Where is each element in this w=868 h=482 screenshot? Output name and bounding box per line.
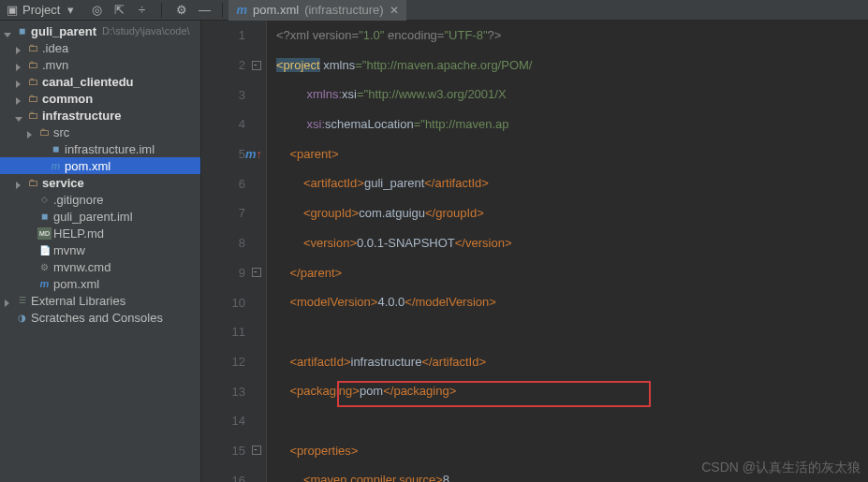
tree-item-mvnw[interactable]: mvnw: [0, 241, 200, 258]
tree-external-libraries[interactable]: External Libraries: [0, 292, 200, 309]
line-number: 16: [232, 474, 245, 482]
tree-item-service[interactable]: service: [0, 174, 200, 191]
tree-item-gitignore[interactable]: .gitignore: [0, 191, 200, 208]
fold-icon[interactable]: [252, 268, 261, 277]
fold-icon[interactable]: [252, 445, 261, 455]
tree-label: .gitignore: [53, 193, 103, 207]
project-icon: ▣: [6, 4, 19, 17]
maven-file-icon: m: [236, 3, 247, 17]
chevron-down-icon: ▾: [64, 4, 77, 17]
module-file-icon: [37, 211, 51, 223]
line-number: 10: [232, 296, 245, 310]
blank-icon: [26, 245, 36, 255]
blank-icon: [37, 161, 47, 170]
blank-icon: [26, 262, 36, 271]
tree-label: pom.xml: [65, 159, 110, 173]
tree-item-mvn[interactable]: .mvn: [0, 56, 200, 73]
tree-item-canal[interactable]: canal_clientedu: [0, 73, 200, 90]
blank-icon: [4, 313, 13, 322]
tree-item-iml[interactable]: infrastructure.iml: [0, 140, 200, 157]
folder-icon: [26, 177, 40, 189]
blank-icon: [26, 228, 36, 238]
target-icon[interactable]: ◎: [90, 4, 103, 17]
line-number: 11: [232, 325, 245, 339]
library-icon: [15, 295, 29, 307]
hide-icon[interactable]: —: [198, 4, 211, 17]
separator: [161, 3, 162, 18]
line-number: 12: [232, 355, 245, 369]
tree-item-parent-iml[interactable]: guli_parent.iml: [0, 208, 200, 225]
chevron-right-icon[interactable]: [15, 43, 24, 52]
tree-item-idea[interactable]: .idea: [0, 39, 200, 56]
blank-icon: [26, 279, 36, 288]
maven-mark-icon: m↑: [245, 147, 262, 161]
chevron-down-icon[interactable]: [4, 26, 13, 36]
module-icon: [15, 25, 29, 37]
chevron-down-icon[interactable]: [15, 110, 24, 120]
tree-label: .idea: [42, 41, 68, 55]
line-number: 7: [239, 206, 245, 220]
top-toolbar: ▣ Project ▾ ◎ ⇱ ÷ ⚙ — m pom.xml (infrast…: [0, 0, 868, 21]
chevron-right-icon[interactable]: [4, 296, 13, 305]
line-number: 6: [239, 177, 245, 191]
folder-icon: [26, 93, 40, 105]
collapse-icon[interactable]: ÷: [135, 4, 148, 17]
module-file-icon: [49, 143, 63, 155]
tab-module: (infrastructure): [304, 3, 384, 17]
tree-item-infrastructure[interactable]: infrastructure: [0, 107, 200, 124]
tree-item-src[interactable]: src: [0, 124, 200, 140]
chevron-right-icon[interactable]: [26, 127, 36, 137]
tree-scratches[interactable]: Scratches and Consoles: [0, 309, 200, 326]
separator: [222, 3, 223, 18]
code-area[interactable]: <?xml version="1.0" encoding="UTF-8"?><p…: [267, 21, 868, 482]
file-icon: [37, 244, 51, 256]
tree-label: infrastructure.iml: [65, 142, 154, 156]
expand-icon[interactable]: ⇱: [112, 4, 125, 17]
tree-label: guli_parent: [31, 24, 96, 38]
maven-file-icon: [37, 278, 51, 290]
folder-icon: [26, 76, 40, 88]
tree-item-mvnw-cmd[interactable]: mvnw.cmd: [0, 258, 200, 275]
chevron-right-icon[interactable]: [15, 60, 24, 69]
fold-icon[interactable]: [252, 61, 261, 70]
tree-item-pom-root[interactable]: pom.xml: [0, 275, 200, 292]
tree-label: common: [42, 92, 93, 106]
line-number: 14: [232, 414, 245, 428]
project-panel-title[interactable]: ▣ Project ▾: [0, 3, 82, 17]
chevron-right-icon[interactable]: [15, 178, 24, 187]
line-number: 1: [239, 28, 245, 42]
project-tree[interactable]: guli_parent D:\study\java\code\ .idea .m…: [0, 21, 201, 482]
close-icon[interactable]: ✕: [390, 4, 399, 17]
folder-icon: [26, 110, 40, 122]
tree-label: .mvn: [42, 58, 68, 72]
tree-label: src: [53, 125, 69, 139]
tree-label: infrastructure: [42, 109, 122, 123]
toolbar-icons: ◎ ⇱ ÷ ⚙ —: [82, 3, 218, 18]
tree-label: service: [42, 176, 84, 190]
blank-icon: [26, 195, 36, 204]
tree-label: pom.xml: [53, 277, 99, 291]
blank-icon: [37, 144, 47, 153]
md-file-icon: [37, 227, 51, 240]
chevron-right-icon[interactable]: [15, 94, 24, 103]
line-number: 3: [239, 88, 245, 102]
maven-file-icon: [49, 160, 63, 172]
line-number: 9: [239, 266, 245, 280]
tab-filename: pom.xml: [253, 3, 299, 17]
tree-label: mvnw.cmd: [53, 260, 110, 274]
tree-item-pom-selected[interactable]: pom.xml: [0, 157, 200, 174]
line-number: 4: [239, 117, 245, 131]
editor[interactable]: 1 2 3 4 5m↑ 6 7 8 9 10 11 12 13 14 15 16…: [201, 21, 868, 482]
editor-tab-pom[interactable]: m pom.xml (infrastructure) ✕: [228, 0, 405, 21]
tree-item-help[interactable]: HELP.md: [0, 225, 200, 241]
gear-icon[interactable]: ⚙: [175, 4, 188, 17]
tree-item-common[interactable]: common: [0, 90, 200, 107]
tree-label: mvnw: [53, 243, 85, 257]
cmd-file-icon: [37, 261, 51, 273]
tree-label: Scratches and Consoles: [31, 311, 163, 325]
tree-root[interactable]: guli_parent D:\study\java\code\: [0, 22, 200, 39]
tree-path: D:\study\java\code\: [102, 25, 190, 37]
project-label: Project: [22, 3, 60, 17]
chevron-right-icon[interactable]: [15, 77, 24, 86]
scratch-icon: [15, 312, 29, 324]
